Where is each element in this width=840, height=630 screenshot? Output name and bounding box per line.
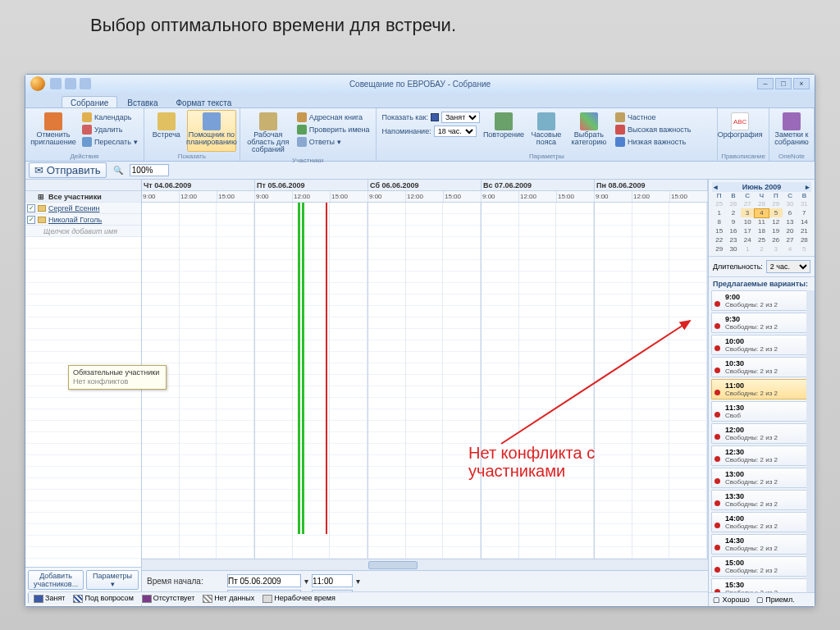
- quality-legend: ▢ Хорошо ▢ Приемл.: [709, 592, 815, 606]
- quick-access-toolbar: [50, 78, 91, 89]
- zoom-combo[interactable]: [130, 164, 169, 176]
- timezones-button[interactable]: Часовые пояса: [527, 110, 565, 148]
- meeting-workspace-button[interactable]: Рабочая область для собраний: [244, 110, 293, 156]
- responses-button[interactable]: Ответы ▾: [294, 136, 372, 148]
- room-finder-panel: ◂Июнь 2009▸ ПВСЧПСВ252627282930311234567…: [708, 180, 815, 606]
- selection-end-marker[interactable]: [326, 203, 327, 534]
- hour-header-cell: 15:00: [331, 191, 368, 202]
- attendee-row[interactable]: ✓Николай Гоголь: [25, 214, 141, 226]
- suggested-time-item[interactable]: 12:30Свободны: 2 из 2: [711, 445, 812, 466]
- minimize-button[interactable]: –: [757, 78, 774, 89]
- start-time-input[interactable]: [312, 574, 353, 587]
- maximize-button[interactable]: □: [775, 78, 792, 89]
- low-importance-button[interactable]: Низкая важность: [613, 136, 694, 148]
- check-names-button[interactable]: Проверить имена: [294, 124, 372, 135]
- busy-swatch-icon: [431, 113, 439, 121]
- cancel-invitation-button[interactable]: Отменить приглашение: [29, 110, 78, 152]
- check-icon: [297, 125, 307, 135]
- suggested-time-item[interactable]: 10:00Свободны: 2 из 2: [711, 335, 812, 355]
- day-column-header: Чт 04.06.2009: [142, 180, 255, 190]
- availability-dot-icon: [714, 323, 720, 329]
- suggested-time-item[interactable]: 13:00Свободны: 2 из 2: [711, 468, 812, 488]
- office-button[interactable]: [30, 76, 45, 91]
- zoom-icon: 🔍: [113, 166, 123, 175]
- private-button[interactable]: Частное: [613, 112, 694, 123]
- reminder-field: Напоминание: 18 час.: [380, 126, 480, 137]
- onenote-button[interactable]: Заметки к собранию: [773, 110, 810, 152]
- spelling-button[interactable]: ABCОрфография: [721, 110, 759, 152]
- recurrence-button[interactable]: Повторение: [485, 110, 523, 141]
- suggested-times-label: Предлагаемые варианты:: [709, 277, 815, 290]
- group-options-label: Параметры: [380, 152, 714, 161]
- send-button[interactable]: ✉ Отправить: [29, 162, 107, 178]
- attendee-name[interactable]: Николай Гоголь: [48, 216, 102, 224]
- tab-meeting[interactable]: Собрание: [62, 96, 117, 107]
- titlebar: Совещание по ЕВРОБАУ - Собрание – □ ×: [25, 75, 815, 93]
- selection-start-marker[interactable]: [298, 203, 300, 534]
- suggested-time-item[interactable]: 10:30Свободны: 2 из 2: [711, 357, 812, 377]
- timeline-grid[interactable]: [142, 203, 708, 559]
- add-attendee-placeholder[interactable]: Щелчок добавит имя: [25, 226, 141, 237]
- day-column-header: Пт 05.06.2009: [255, 180, 368, 190]
- suggested-time-item[interactable]: 9:30Свободны: 2 из 2: [711, 313, 812, 333]
- suggested-time-item[interactable]: 15:30Свободны: 2 из 2: [711, 578, 812, 592]
- suggested-time-item[interactable]: 14:30Свободны: 2 из 2: [711, 534, 812, 555]
- categorize-button[interactable]: Выбрать категорию: [570, 110, 608, 148]
- suggested-time-item[interactable]: 15:00Свободны: 2 из 2: [711, 556, 812, 577]
- suggested-time-item[interactable]: 12:00Свободны: 2 из 2: [711, 423, 812, 444]
- group-onenote-label: OneNote: [773, 152, 810, 161]
- hour-header-cell: 12:00: [519, 191, 557, 202]
- delete-icon: [82, 125, 92, 135]
- suggested-time-item[interactable]: 14:00Свободны: 2 из 2: [711, 512, 812, 532]
- suggested-time-item[interactable]: 11:00Свободны: 2 из 2: [711, 379, 812, 399]
- attendee-checkbox[interactable]: ✓: [27, 204, 35, 212]
- category-icon: [580, 112, 598, 130]
- scheduling-assistant-button[interactable]: Помощник по планированию: [187, 110, 236, 152]
- availability-dot-icon: [714, 390, 720, 395]
- duration-select[interactable]: 2 час.: [766, 260, 810, 273]
- slide-title: Выбор оптимального времени для встречи.: [0, 0, 840, 44]
- forward-icon: [82, 137, 92, 147]
- attendee-name[interactable]: Сергей Есенин: [48, 204, 100, 212]
- start-date-input[interactable]: [227, 574, 301, 587]
- attendee-row[interactable]: ✓Сергей Есенин: [25, 203, 141, 214]
- group-attendees-label: Участники: [244, 156, 372, 165]
- qat-save-icon[interactable]: [50, 78, 62, 89]
- suggested-time-item[interactable]: 11:30Своб: [711, 401, 812, 422]
- hour-header-cell: 9:00: [255, 191, 293, 202]
- cal-prev-icon[interactable]: ◂: [714, 183, 718, 191]
- calendar-button[interactable]: Календарь: [80, 112, 140, 123]
- meeting-view-button[interactable]: Встреча: [148, 110, 185, 152]
- cal-next-icon[interactable]: ▸: [806, 183, 810, 191]
- legend: Занят Под вопросом Отсутствует Нет данны…: [29, 591, 708, 605]
- forward-button[interactable]: Переслать ▾: [80, 136, 140, 148]
- availability-dot-icon: [714, 545, 720, 550]
- delete-button[interactable]: Удалить: [80, 124, 140, 135]
- options-button[interactable]: Параметры ▾: [86, 570, 139, 590]
- hour-header-cell: 12:00: [293, 191, 331, 202]
- add-attendees-button[interactable]: Добавить участников...: [28, 570, 84, 590]
- suggestion-scrollbar[interactable]: [806, 290, 815, 592]
- suggested-times-list: 9:00Свободны: 2 из 29:30Свободны: 2 из 2…: [709, 290, 815, 592]
- mail-icon: [38, 205, 46, 212]
- ribbon: Отменить приглашение Календарь Удалить П…: [25, 107, 815, 162]
- hour-header-cell: 15:00: [444, 191, 482, 202]
- assistant-icon: [203, 112, 221, 130]
- high-importance-button[interactable]: Высокая важность: [613, 124, 694, 135]
- close-button[interactable]: ×: [793, 78, 810, 89]
- reminder-select[interactable]: 18 час.: [434, 126, 477, 137]
- qat-undo-icon[interactable]: [65, 78, 76, 89]
- show-as-select[interactable]: Занят: [441, 112, 480, 123]
- suggested-time-item[interactable]: 13:30Свободны: 2 из 2: [711, 490, 812, 510]
- hour-header-cell: 12:00: [180, 191, 217, 202]
- tab-format[interactable]: Формат текста: [167, 97, 240, 107]
- mini-calendar[interactable]: ◂Июнь 2009▸ ПВСЧПСВ252627282930311234567…: [709, 180, 815, 257]
- suggested-time-item[interactable]: 9:00Свободны: 2 из 2: [711, 290, 812, 311]
- address-book-button[interactable]: Адресная книга: [294, 112, 372, 123]
- hour-header-cell: 15:00: [557, 191, 595, 202]
- scheduling-area: ⊞ Все участники ✓Сергей Есенин✓Николай Г…: [25, 180, 815, 606]
- attendee-checkbox[interactable]: ✓: [27, 216, 35, 224]
- qat-redo-icon[interactable]: [80, 78, 91, 89]
- tab-insert[interactable]: Вставка: [119, 97, 166, 107]
- horizontal-scrollbar[interactable]: [142, 559, 708, 570]
